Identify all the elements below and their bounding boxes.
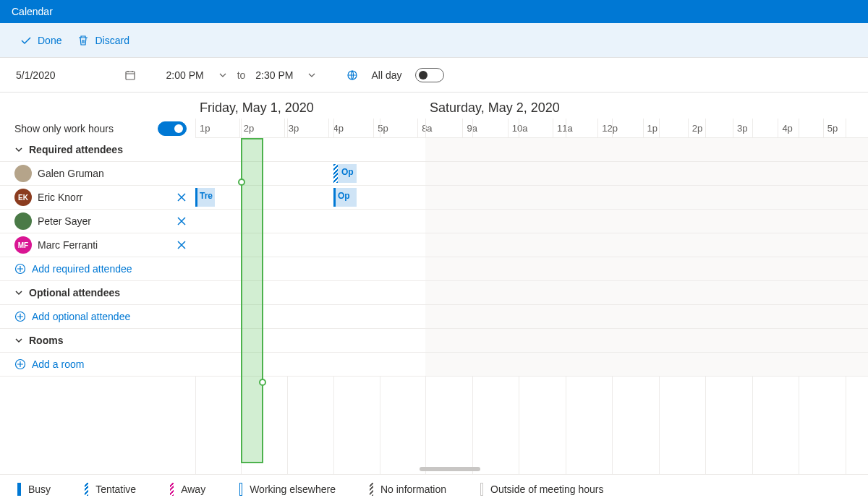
app-title: Calendar — [12, 6, 53, 17]
time-cell: 4p — [778, 119, 822, 137]
grid-row-attendee — [195, 233, 868, 257]
work-hours-row: Show only work hours — [0, 119, 195, 138]
required-label: Required attendees — [29, 144, 123, 155]
attendee-row[interactable]: Galen Gruman — [0, 162, 195, 186]
attendee-row[interactable]: EK Eric Knorr — [0, 186, 195, 210]
event-tentative[interactable]: Op — [333, 164, 357, 183]
add-room-label: Add a room — [32, 358, 84, 370]
grid-row-add — [195, 305, 868, 329]
chevron-down-icon — [218, 71, 227, 79]
attendee-row[interactable]: MF Marc Ferranti — [0, 233, 195, 257]
attendee-name: Galen Gruman — [38, 168, 104, 179]
add-room[interactable]: Add a room — [0, 353, 195, 377]
grid-row-add — [195, 353, 868, 377]
chevron-down-icon — [14, 336, 23, 345]
swatch-noinfo — [370, 483, 373, 496]
day-header-1: Friday, May 1, 2020 — [195, 93, 425, 119]
work-hours-label: Show only work hours — [14, 123, 114, 134]
time-cell: 9a — [462, 119, 507, 137]
to-label: to — [237, 69, 246, 81]
allday-toggle[interactable] — [415, 68, 444, 82]
close-icon[interactable] — [176, 240, 187, 250]
time-cell: 3p — [733, 119, 778, 137]
time-cell: 4p — [328, 119, 373, 137]
avatar: MF — [14, 236, 32, 254]
allday-label: All day — [371, 69, 401, 81]
event-busy[interactable]: Tre — [195, 188, 215, 207]
start-time-value: 2:00 PM — [166, 69, 204, 81]
legend-tentative: Tentative — [85, 483, 136, 496]
avatar — [14, 212, 32, 230]
legend-noinfo: No information — [370, 483, 446, 496]
start-time-field[interactable]: 2:00 PM — [166, 69, 227, 81]
trash-icon — [77, 35, 89, 46]
availability-grid[interactable]: Friday, May 1, 2020 Saturday, May 2, 202… — [195, 93, 868, 474]
required-section[interactable]: Required attendees — [0, 138, 195, 162]
legend-away: Away — [170, 483, 205, 496]
done-label: Done — [38, 35, 61, 46]
legend-bar: Busy Tentative Away Working elsewhere No… — [0, 474, 868, 503]
time-selection[interactable] — [241, 138, 263, 463]
discard-label: Discard — [95, 35, 129, 46]
swatch-elsewhere — [239, 483, 242, 496]
time-cell: 5p — [823, 119, 868, 137]
add-required-attendee[interactable]: Add required attendee — [0, 257, 195, 281]
chevron-down-icon — [14, 145, 23, 154]
time-cell: 2p — [239, 119, 284, 137]
rooms-section[interactable]: Rooms — [0, 329, 195, 353]
grid-row-rooms — [195, 329, 868, 353]
plus-circle-icon — [14, 263, 26, 275]
event-label: Tre — [200, 191, 213, 201]
optional-label: Optional attendees — [29, 287, 120, 298]
time-header-row: 1p 2p 3p 4p 5p 8a 9a 10a 11a 12p 1p 2p 3… — [195, 119, 868, 138]
plus-circle-icon — [14, 358, 26, 370]
end-time-field[interactable]: 2:30 PM — [255, 69, 316, 81]
chevron-down-icon — [307, 71, 316, 79]
time-cell: 3p — [284, 119, 329, 137]
done-button[interactable]: Done — [20, 35, 61, 46]
grid-row-attendee — [195, 210, 868, 233]
allday-group: All day — [346, 68, 443, 82]
work-hours-toggle[interactable] — [158, 121, 187, 136]
legend-elsewhere: Working elsewhere — [239, 483, 336, 496]
grid-row-attendee: Tre Op — [195, 186, 868, 210]
end-time-value: 2:30 PM — [255, 69, 293, 81]
time-cell: 2p — [688, 119, 733, 137]
horizontal-scrollbar[interactable] — [420, 467, 480, 471]
scheduling-main: Show only work hours Required attendees … — [0, 93, 868, 474]
attendee-sidebar: Show only work hours Required attendees … — [0, 93, 195, 474]
svg-rect-0 — [126, 72, 135, 79]
grid-row-required — [195, 138, 868, 162]
close-icon[interactable] — [176, 192, 187, 202]
selection-handle-start[interactable] — [238, 179, 245, 186]
grid-row-optional — [195, 281, 868, 305]
globe-icon[interactable] — [346, 69, 358, 81]
time-cell: 5p — [373, 119, 417, 137]
attendee-name: Peter Sayer — [38, 215, 91, 227]
swatch-busy — [17, 483, 21, 496]
grid-row-attendee: Op — [195, 162, 868, 186]
selection-handle-end[interactable] — [259, 379, 266, 386]
swatch-tentative — [85, 483, 88, 496]
optional-section[interactable]: Optional attendees — [0, 281, 195, 305]
event-label: Op — [341, 167, 354, 177]
event-busy[interactable]: Op — [333, 188, 357, 207]
discard-button[interactable]: Discard — [77, 35, 129, 46]
chevron-down-icon — [14, 288, 23, 297]
add-optional-label: Add optional attendee — [32, 311, 130, 322]
add-optional-attendee[interactable]: Add optional attendee — [0, 305, 195, 329]
add-required-label: Add required attendee — [32, 263, 132, 275]
attendee-row[interactable]: Peter Sayer — [0, 210, 195, 233]
event-label: Op — [338, 191, 350, 201]
rooms-label: Rooms — [29, 335, 63, 346]
action-bar: Done Discard — [0, 23, 868, 58]
swatch-outside — [480, 483, 483, 496]
time-cell: 8a — [417, 119, 462, 137]
calendar-icon — [124, 69, 136, 81]
date-field[interactable]: 5/1/2020 — [16, 69, 136, 81]
check-icon — [20, 35, 32, 46]
close-icon[interactable] — [176, 216, 187, 226]
window-title-bar: Calendar — [0, 0, 868, 23]
grid-body: Op Tre Op — [195, 138, 868, 377]
attendee-name: Eric Knorr — [38, 192, 82, 203]
